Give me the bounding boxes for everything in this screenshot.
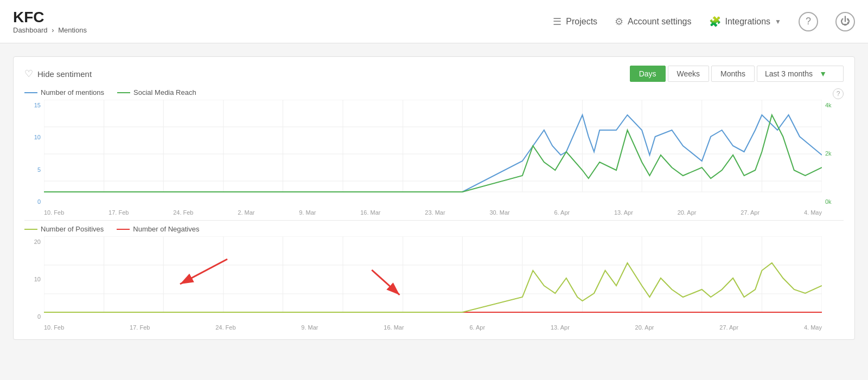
x-label-27apr: 27. Apr — [741, 209, 760, 216]
legend-negatives: Number of Negatives — [117, 225, 199, 233]
x-bot-label-20apr: 20. Apr — [635, 324, 654, 331]
breadcrumb-current: Mentions — [58, 26, 87, 34]
breadcrumb: Dashboard › Mentions — [13, 26, 87, 34]
legend-negatives-label: Number of Negatives — [133, 225, 199, 233]
legend-line-green — [117, 92, 130, 93]
y-right-4k: 4k — [825, 102, 844, 108]
x-bot-label-9mar: 9. Mar — [301, 324, 318, 331]
x-label-13apr: 13. Apr — [614, 209, 633, 216]
y-bottom-0: 0 — [24, 313, 41, 320]
integrations-label: Integrations — [725, 17, 771, 27]
x-axis-bottom: 10. Feb 17. Feb 24. Feb 9. Mar 16. Mar 6… — [44, 324, 822, 331]
brand-name: KFC — [13, 9, 87, 26]
x-label-10feb: 10. Feb — [44, 209, 64, 216]
brand-section: KFC Dashboard › Mentions — [13, 9, 87, 34]
projects-nav-item[interactable]: ☰ Projects — [553, 16, 597, 28]
months-button[interactable]: Months — [711, 66, 755, 82]
x-bot-label-27apr: 27. Apr — [719, 324, 738, 331]
period-controls: Days Weeks Months Last 3 months ▼ — [630, 66, 844, 82]
weeks-button[interactable]: Weeks — [668, 66, 710, 82]
puzzle-icon: 🧩 — [709, 16, 721, 28]
account-settings-nav-item[interactable]: ⚙ Account settings — [615, 16, 691, 28]
mentions-line — [44, 115, 822, 192]
chart-divider — [24, 220, 844, 221]
legend-reach: Social Media Reach — [117, 88, 196, 96]
positives-line — [44, 263, 822, 312]
chart-help-icon[interactable]: ? — [833, 88, 844, 99]
hide-sentiment-button[interactable]: ♡ Hide sentiment — [24, 68, 92, 80]
x-label-6apr: 6. Apr — [554, 209, 570, 216]
integrations-dropdown-icon: ▼ — [775, 18, 781, 25]
projects-label: Projects — [566, 17, 597, 27]
y-right-2k: 2k — [825, 150, 844, 157]
date-range-dropdown[interactable]: Last 3 months ▼ — [757, 66, 844, 82]
legend-mentions-label: Number of mentions — [41, 88, 104, 96]
y-axis-left-top: 15 10 5 0 — [24, 100, 44, 216]
top-chart-body: 15 10 5 0 — [24, 100, 844, 216]
y-axis-right-bottom-spacer — [822, 236, 844, 331]
legend-line-red — [117, 229, 130, 230]
legend-positives: Number of Positives — [24, 225, 104, 233]
bottom-chart-container: Number of Positives Number of Negatives … — [24, 225, 844, 331]
y-axis-left-bottom: 20 10 0 — [24, 236, 44, 331]
x-label-9mar: 9. Mar — [299, 209, 316, 216]
bottom-chart-legend: Number of Positives Number of Negatives — [24, 225, 844, 233]
x-label-2mar: 2. Mar — [238, 209, 254, 216]
y-label-10: 10 — [24, 134, 41, 140]
x-label-23mar: 23. Mar — [425, 209, 445, 216]
legend-line-blue — [24, 92, 37, 93]
integrations-nav-item[interactable]: 🧩 Integrations ▼ — [709, 16, 782, 28]
bottom-chart-svg-container: 10. Feb 17. Feb 24. Feb 9. Mar 16. Mar 6… — [44, 236, 822, 331]
y-label-0: 0 — [24, 198, 41, 205]
x-bot-label-16mar: 16. Mar — [384, 324, 404, 331]
x-label-30mar: 30. Mar — [489, 209, 509, 216]
y-label-5: 5 — [24, 166, 41, 173]
hamburger-icon: ☰ — [553, 16, 561, 28]
y-bottom-10: 10 — [24, 276, 41, 282]
top-chart-legend: Number of mentions Social Media Reach — [24, 88, 844, 96]
account-settings-label: Account settings — [628, 17, 691, 27]
x-bot-label-17feb: 17. Feb — [130, 324, 150, 331]
breadcrumb-separator: › — [52, 26, 54, 34]
legend-line-lime — [24, 229, 37, 230]
main-nav: ☰ Projects ⚙ Account settings 🧩 Integrat… — [553, 12, 855, 31]
x-bot-label-10feb: 10. Feb — [44, 324, 64, 331]
arrow1-line — [180, 259, 227, 284]
x-label-16mar: 16. Mar — [360, 209, 380, 216]
y-label-15: 15 — [24, 102, 41, 108]
top-chart-container: ? Number of mentions Social Media Reach … — [24, 88, 844, 216]
y-right-0k: 0k — [825, 198, 844, 205]
legend-positives-label: Number of Positives — [41, 225, 104, 233]
x-label-4may: 4. May — [804, 209, 822, 216]
x-label-20apr: 20. Apr — [678, 209, 697, 216]
x-bot-label-24feb: 24. Feb — [215, 324, 235, 331]
bottom-chart-body: 20 10 0 — [24, 236, 844, 331]
arrow2-line — [372, 270, 399, 295]
chart-toolbar: ♡ Hide sentiment Days Weeks Months Last … — [24, 66, 844, 82]
legend-mentions: Number of mentions — [24, 88, 104, 96]
power-button[interactable]: ⏻ — [835, 12, 855, 31]
x-bot-label-13apr: 13. Apr — [551, 324, 570, 331]
legend-reach-label: Social Media Reach — [133, 88, 196, 96]
chart-panel: ♡ Hide sentiment Days Weeks Months Last … — [13, 56, 855, 340]
x-label-17feb: 17. Feb — [108, 209, 129, 216]
bottom-chart-svg — [44, 236, 822, 323]
days-button[interactable]: Days — [630, 66, 666, 82]
heart-icon: ♡ — [24, 68, 33, 80]
gear-icon: ⚙ — [615, 16, 623, 28]
top-chart-svg-container: 10. Feb 17. Feb 24. Feb 2. Mar 9. Mar 16… — [44, 100, 822, 216]
x-bot-label-6apr: 6. Apr — [469, 324, 485, 331]
top-chart-svg — [44, 100, 822, 208]
x-axis-top: 10. Feb 17. Feb 24. Feb 2. Mar 9. Mar 16… — [44, 209, 822, 216]
breadcrumb-home[interactable]: Dashboard — [13, 26, 48, 34]
header: KFC Dashboard › Mentions ☰ Projects ⚙ Ac… — [0, 0, 868, 43]
hide-sentiment-label: Hide sentiment — [37, 69, 92, 79]
y-axis-right-top: 4k 2k 0k — [822, 100, 844, 216]
y-bottom-20: 20 — [24, 239, 41, 245]
x-bot-label-4may: 4. May — [804, 324, 822, 331]
x-label-24feb: 24. Feb — [173, 209, 193, 216]
help-button[interactable]: ? — [799, 12, 818, 31]
dropdown-chevron-icon: ▼ — [819, 69, 827, 78]
date-range-label: Last 3 months — [765, 69, 813, 78]
main-content: ♡ Hide sentiment Days Weeks Months Last … — [0, 43, 868, 353]
